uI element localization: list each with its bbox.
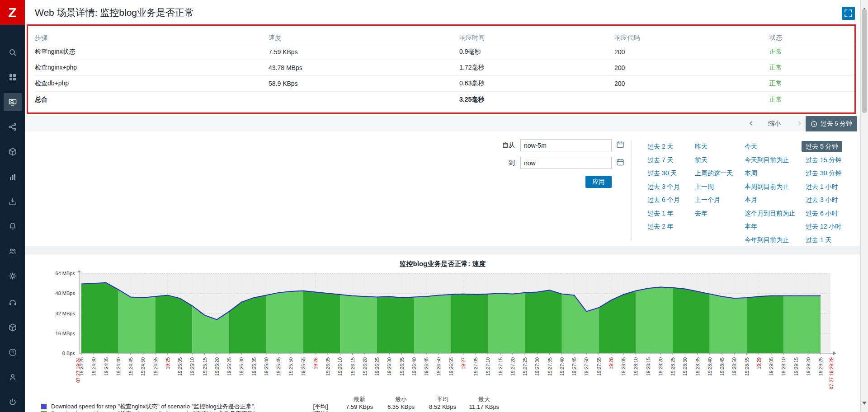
cell-response-time: 3.25毫秒 xyxy=(459,96,614,104)
status-badge: 正常 xyxy=(769,96,857,104)
series-max: 11.17 KBps xyxy=(463,403,505,410)
cell-speed: 58.9 KBps xyxy=(269,80,459,87)
time-range-tab[interactable]: 过去 5 分钟 xyxy=(806,116,857,131)
quick-range-link[interactable]: 本周到目前为止 xyxy=(745,180,795,194)
to-label: 到 xyxy=(479,157,515,169)
svg-text:19:24:35: 19:24:35 xyxy=(104,357,109,376)
cell-speed: 43.78 MBps xyxy=(269,64,459,71)
apply-button[interactable]: 应用 xyxy=(585,176,612,188)
quick-range-link[interactable]: 过去 1 小时 xyxy=(806,180,842,194)
svg-text:19:27: 19:27 xyxy=(461,357,466,369)
svg-text:19:28:05: 19:28:05 xyxy=(621,357,626,376)
quick-range-link[interactable]: 本周 xyxy=(745,167,795,180)
sidebar-item-integrations[interactable] xyxy=(4,318,22,337)
quick-range-link[interactable]: 今天 xyxy=(745,140,795,154)
power-icon xyxy=(8,398,17,407)
from-input[interactable] xyxy=(520,139,612,151)
svg-text:19:27:55: 19:27:55 xyxy=(596,357,602,376)
series-min: 26.57 MBps xyxy=(380,411,422,412)
quick-range-link[interactable]: 这个月到目前为止 xyxy=(745,207,795,220)
sidebar-item-monitoring[interactable] xyxy=(4,93,22,111)
svg-text:19:28:15: 19:28:15 xyxy=(646,357,651,376)
services-cube-icon xyxy=(8,147,17,156)
sidebar-item-notifications[interactable] xyxy=(4,217,22,235)
quick-range-link[interactable]: 上一周 xyxy=(695,180,733,194)
quick-range-link[interactable]: 过去 6 个月 xyxy=(647,193,680,207)
svg-text:32 MBps: 32 MBps xyxy=(56,311,75,316)
svg-text:19:27:25: 19:27:25 xyxy=(522,357,528,376)
scroll-up-arrow[interactable] xyxy=(861,0,868,8)
quick-range-link[interactable]: 去年 xyxy=(695,207,733,220)
sidebar-item-users[interactable] xyxy=(4,242,22,260)
quick-range-link[interactable]: 过去 15 分钟 xyxy=(806,154,842,167)
quick-range-link[interactable]: 过去 30 分钟 xyxy=(806,167,842,180)
legend-row: Download speed for step "检查nginx+php" of… xyxy=(41,410,505,412)
scrollbar-thumb[interactable] xyxy=(862,9,867,113)
quick-range-link[interactable]: 过去 6 小时 xyxy=(806,207,842,220)
quick-range-link[interactable]: 昨天 xyxy=(695,140,733,154)
quick-range-link[interactable]: 过去 3 个月 xyxy=(647,180,680,194)
sidebar-item-support[interactable] xyxy=(4,294,22,312)
sidebar-item-user-profile[interactable] xyxy=(4,368,22,386)
series-swatch-blue xyxy=(41,404,47,409)
series-avg: 8.52 KBps xyxy=(422,403,463,410)
series-name: Download speed for step "检查nginx+php" of… xyxy=(51,410,302,412)
quick-range-link[interactable]: 今年到目前为止 xyxy=(745,234,795,247)
sidebar-item-dashboard[interactable] xyxy=(4,68,22,86)
quick-range-link[interactable]: 过去 2 天 xyxy=(647,140,680,154)
chart-legend: 最新 最小 平均 最大 Download speed for step "检查n… xyxy=(41,395,505,412)
quick-range-link[interactable]: 过去 1 天 xyxy=(806,234,842,247)
quick-range-link[interactable]: 上周的这一天 xyxy=(695,167,733,180)
col-response-time: 响应时间 xyxy=(459,34,614,42)
cell-response-time: 0.9毫秒 xyxy=(459,48,614,56)
quick-range-link[interactable]: 过去 3 小时 xyxy=(806,193,842,207)
sidebar-item-data-collection[interactable] xyxy=(4,192,22,211)
sidebar-item-services[interactable] xyxy=(4,143,22,161)
quick-range-link[interactable]: 过去 30 天 xyxy=(647,167,680,180)
svg-text:07-27 19:24: 07-27 19:24 xyxy=(75,357,81,383)
web-steps-table: 步骤 速度 响应时间 响应代码 状态 检查nginx状态 7.59 KBps 0… xyxy=(28,32,857,108)
sidebar-item-settings[interactable] xyxy=(4,267,22,285)
quick-range-link[interactable]: 过去 2 年 xyxy=(647,220,680,234)
svg-text:19:25:10: 19:25:10 xyxy=(189,357,195,376)
legend-header-min: 最小 xyxy=(380,395,422,403)
svg-text:0 Bps: 0 Bps xyxy=(62,351,75,356)
quick-range-link[interactable]: 过去 7 天 xyxy=(647,154,680,167)
time-shift-back-button[interactable] xyxy=(747,119,755,129)
cell-speed: 7.59 KBps xyxy=(269,48,459,56)
svg-text:19:27:30: 19:27:30 xyxy=(534,357,540,376)
to-input[interactable] xyxy=(520,157,612,169)
svg-text:19:26:45: 19:26:45 xyxy=(424,357,429,376)
sidebar-item-topology[interactable] xyxy=(4,118,22,136)
svg-text:19:27:40: 19:27:40 xyxy=(559,357,565,376)
speed-graph[interactable]: 0 Bps16 MBps32 MBps48 MBps64 MBps19:24:2… xyxy=(25,271,852,395)
svg-text:19:26:20: 19:26:20 xyxy=(362,357,368,376)
quick-range-link[interactable]: 过去 1 年 xyxy=(647,207,680,220)
table-row: 检查nginx状态 7.59 KBps 0.9毫秒 200 正常 xyxy=(35,44,857,60)
quick-range-link[interactable]: 本年 xyxy=(745,220,795,234)
sidebar-item-sign-out[interactable] xyxy=(4,393,22,411)
svg-text:19:24:40: 19:24:40 xyxy=(116,357,121,376)
to-calendar-button[interactable] xyxy=(615,157,626,169)
fullscreen-button[interactable] xyxy=(842,7,855,20)
time-shift-forward-button[interactable] xyxy=(795,119,803,129)
svg-text:19:26:10: 19:26:10 xyxy=(337,357,343,376)
zoom-out-button[interactable]: 缩小 xyxy=(768,120,781,128)
quick-range-link[interactable]: 过去 12 小时 xyxy=(806,220,842,234)
quick-range-link[interactable]: 前天 xyxy=(695,154,733,167)
svg-text:19:26:25: 19:26:25 xyxy=(374,357,380,376)
svg-text:19:28:25: 19:28:25 xyxy=(670,357,675,376)
svg-text:19:25:20: 19:25:20 xyxy=(214,357,220,376)
sidebar-item-help[interactable]: ? xyxy=(4,343,22,361)
svg-text:19:26:40: 19:26:40 xyxy=(411,357,417,376)
sidebar-item-search[interactable] xyxy=(4,43,22,61)
quick-range-past-5-min-selected[interactable]: 过去 5 分钟 xyxy=(806,140,842,154)
quick-range-link[interactable]: 今天到目前为止 xyxy=(745,154,795,167)
quick-range-link[interactable]: 上一个月 xyxy=(695,193,733,207)
zabbix-logo[interactable]: Z xyxy=(0,0,25,25)
from-calendar-button[interactable] xyxy=(615,139,626,151)
scroll-down-arrow[interactable] xyxy=(861,404,868,412)
sidebar-item-reports[interactable] xyxy=(4,168,22,186)
svg-text:19:24:55: 19:24:55 xyxy=(153,357,158,376)
quick-range-link[interactable]: 本月 xyxy=(745,193,795,207)
